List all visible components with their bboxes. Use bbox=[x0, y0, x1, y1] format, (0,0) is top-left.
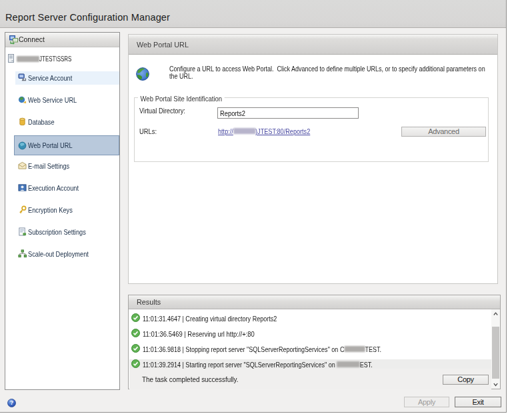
svg-text:?: ? bbox=[10, 399, 13, 406]
